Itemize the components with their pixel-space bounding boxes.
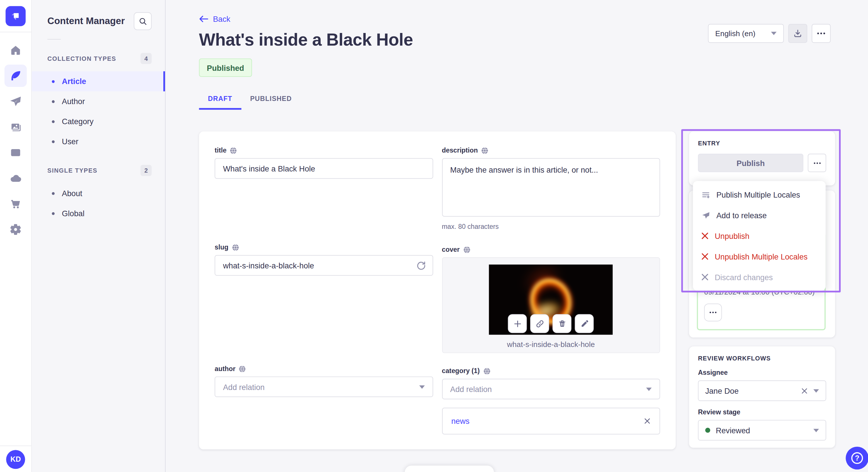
main-content: Back English (en) What's inside a Black … — [166, 0, 868, 472]
menu-item-publish-multiple-locales[interactable]: Publish Multiple Locales — [693, 184, 826, 205]
menu-item-unpublish[interactable]: Unpublish — [693, 226, 826, 246]
download-icon — [794, 29, 802, 38]
assignee-select[interactable]: Jane Doe — [698, 380, 826, 401]
form-right-column: description Maybe the answer is in this … — [442, 146, 660, 434]
globe-icon — [481, 147, 488, 154]
clear-icon[interactable] — [801, 387, 808, 394]
category-field-label: category (1) — [442, 367, 479, 375]
slug-field: slug — [215, 243, 433, 276]
menu-item-add-to-release[interactable]: Add to release — [693, 205, 826, 226]
locale-select[interactable]: English (en) — [708, 24, 784, 43]
remove-relation-icon[interactable] — [644, 418, 650, 425]
nav-pages-button[interactable] — [5, 141, 27, 164]
question-mark-icon: ? — [851, 452, 863, 464]
strapi-logo[interactable] — [5, 6, 26, 26]
globe-icon — [483, 367, 490, 374]
cover-media-card: what-s-inside-a-black-hole — [442, 257, 660, 353]
single-types-label: SINGLE TYPES — [48, 167, 97, 174]
trash-icon — [558, 319, 566, 328]
title-input[interactable] — [223, 159, 425, 178]
description-field-label: description — [442, 146, 478, 154]
pencil-icon — [580, 319, 588, 328]
author-relation-select[interactable]: Add relation — [215, 376, 433, 397]
cover-copy-link-button[interactable] — [530, 314, 549, 333]
tab-draft[interactable]: DRAFT — [199, 92, 241, 110]
slug-input[interactable] — [223, 256, 425, 275]
regenerate-slug-button[interactable] — [416, 261, 426, 270]
nav-content-manager-button[interactable] — [5, 65, 27, 87]
category-field: category (1) Add relation news — [442, 367, 660, 434]
ellipsis-icon — [709, 311, 717, 314]
title-input-wrap — [215, 158, 433, 179]
entry-actions-menu: Publish Multiple Locales Add to release … — [693, 181, 826, 291]
sidebar-item-category[interactable]: Category — [32, 111, 165, 131]
cloud-icon — [9, 172, 22, 184]
nav-media-library-button[interactable] — [5, 116, 27, 138]
description-textarea[interactable]: Maybe the answer is in this article, or … — [442, 158, 660, 217]
bullet-icon — [52, 192, 55, 195]
menu-item-label: Add to release — [716, 211, 767, 220]
rail-logo-area — [0, 0, 31, 32]
header-more-actions-button[interactable] — [812, 24, 831, 43]
arrow-left-icon — [199, 15, 208, 23]
cover-image-black-hole[interactable] — [489, 265, 613, 335]
nav-cloud-button[interactable] — [5, 167, 27, 190]
entry-more-actions-button[interactable] — [808, 154, 826, 172]
sidebar-title: Content Manager — [48, 15, 125, 27]
cross-icon — [701, 232, 708, 239]
title-field: title — [215, 146, 433, 179]
sidebar-item-user[interactable]: User — [32, 131, 165, 151]
globe-icon — [463, 246, 470, 253]
menu-item-discard-changes[interactable]: Discard changes — [693, 267, 826, 287]
nav-marketplace-button[interactable] — [5, 193, 27, 215]
scheduled-more-actions-button[interactable] — [704, 303, 722, 321]
shopping-cart-icon — [9, 198, 22, 210]
chevron-down-icon — [771, 32, 776, 35]
entry-sidebar: ENTRY Publish 09/11/2024 at 16:00 (UTC+0… — [689, 131, 835, 448]
content-manager-feather-icon — [9, 70, 22, 82]
menu-item-label: Publish Multiple Locales — [716, 190, 800, 199]
cover-edit-button[interactable] — [575, 314, 594, 333]
sidebar-item-label: Article — [62, 77, 86, 86]
review-workflows-heading: REVIEW WORKFLOWS — [698, 355, 826, 361]
layout-icon — [9, 146, 22, 159]
help-button[interactable]: ? — [846, 447, 868, 470]
sidebar-item-article[interactable]: Article — [32, 71, 165, 92]
globe-icon — [231, 244, 239, 251]
bullet-icon — [52, 212, 55, 215]
list-plus-icon — [701, 190, 710, 199]
user-avatar[interactable]: KD — [6, 450, 25, 469]
form-left-column: title slug — [215, 146, 433, 434]
nav-home-button[interactable] — [5, 39, 27, 61]
ellipsis-icon — [817, 32, 826, 35]
export-download-button[interactable] — [788, 24, 807, 43]
tab-published[interactable]: PUBLISHED — [241, 92, 301, 110]
entry-heading: ENTRY — [698, 140, 826, 146]
cover-add-button[interactable] — [508, 314, 527, 333]
category-relation-select[interactable]: Add relation — [442, 379, 660, 400]
strapi-logo-icon — [9, 10, 22, 22]
assignee-label: Assignee — [698, 369, 826, 376]
collection-types-label: COLLECTION TYPES — [48, 55, 116, 62]
sidebar-search-button[interactable] — [134, 12, 152, 30]
sidebar-item-global[interactable]: Global — [32, 203, 165, 224]
nav-releases-button[interactable] — [5, 90, 27, 113]
cover-delete-button[interactable] — [553, 314, 571, 333]
globe-icon — [239, 365, 246, 372]
menu-item-unpublish-multiple-locales[interactable]: Unpublish Multiple Locales — [693, 246, 826, 267]
sidebar-item-about[interactable]: About — [32, 183, 165, 203]
back-link[interactable]: Back — [166, 0, 230, 24]
description-hint: max. 80 characters — [442, 223, 660, 231]
publish-button[interactable]: Publish — [698, 154, 803, 172]
entry-panel: ENTRY Publish — [689, 131, 835, 185]
review-stage-select[interactable]: Reviewed — [698, 420, 826, 440]
sidebar-item-label: Author — [62, 97, 85, 106]
sidebar-item-author[interactable]: Author — [32, 92, 165, 111]
nav-settings-button[interactable] — [5, 218, 27, 241]
globe-icon — [230, 147, 237, 154]
app-window: KD Content Manager COLLECTION TYPES 4 Ar… — [0, 0, 868, 472]
bullet-icon — [52, 80, 55, 83]
relation-news-link[interactable]: news — [451, 417, 469, 426]
ellipsis-icon — [813, 162, 821, 164]
main-nav-rail: KD — [0, 0, 32, 472]
